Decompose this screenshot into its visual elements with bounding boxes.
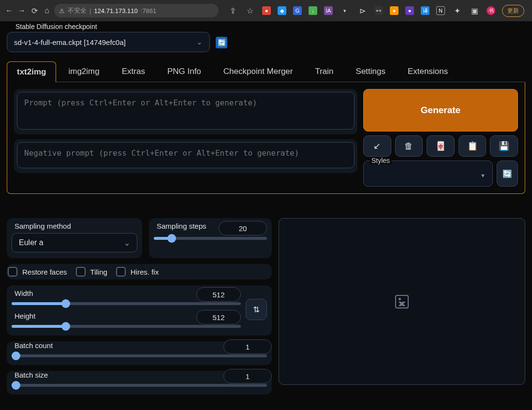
ext-icon-10[interactable]: 译 <box>421 6 429 15</box>
update-button[interactable]: 更新 <box>502 5 524 17</box>
reload-icon[interactable]: ⟳ <box>29 6 40 15</box>
prompt-input[interactable] <box>17 92 355 130</box>
swap-icon: ⇅ <box>253 305 260 315</box>
checkpoint-value: sd-v1-4-full-ema.ckpt [14749efc0a] <box>14 38 126 46</box>
chevron-down-icon: ⌄ <box>196 38 203 46</box>
hires-fix-checkbox[interactable]: Hires. fix <box>116 267 159 277</box>
sampling-steps-input[interactable] <box>219 221 267 235</box>
ext-icon-6[interactable]: ⊳ <box>357 6 368 15</box>
restore-faces-checkbox[interactable]: Restore faces <box>8 267 67 277</box>
ext-icon-11[interactable]: N <box>436 6 445 15</box>
refresh-icon: 🔄 <box>502 169 512 178</box>
output-preview <box>279 218 525 385</box>
clip-icon: 🀄 <box>435 141 446 151</box>
tab-txt2img[interactable]: txt2img <box>7 61 56 82</box>
negative-prompt-input[interactable] <box>17 142 355 168</box>
main-tabs: txt2img img2img Extras PNG Info Checkpoi… <box>7 61 525 82</box>
tab-img2img[interactable]: img2img <box>58 61 109 82</box>
ext-caret-icon[interactable]: ▾ <box>340 8 350 14</box>
ext-icon-1[interactable]: ● <box>262 6 271 15</box>
address-bar[interactable]: ⚠ 不安全 | 124.71.173.110:7861 <box>54 4 219 17</box>
url-port: :7861 <box>141 7 157 15</box>
warning-icon: ⚠ <box>59 7 65 15</box>
forward-icon[interactable]: → <box>16 6 27 15</box>
tab-extensions[interactable]: Extensions <box>398 61 458 82</box>
ext-icon-9[interactable]: ● <box>405 6 414 15</box>
not-secure-label: 不安全 <box>68 6 87 15</box>
height-input[interactable] <box>196 310 241 324</box>
save-style-button[interactable]: 💾 <box>490 135 518 157</box>
batch-count-slider[interactable] <box>12 354 267 357</box>
back-icon[interactable]: ← <box>4 6 15 15</box>
styles-refresh-button[interactable]: 🔄 <box>497 161 518 187</box>
tab-checkpoint-merger[interactable]: Checkpoint Merger <box>213 61 303 82</box>
width-input[interactable] <box>196 287 241 302</box>
generate-button[interactable]: Generate <box>363 89 518 132</box>
tab-settings[interactable]: Settings <box>346 61 396 82</box>
sampling-steps-slider[interactable] <box>154 237 267 240</box>
caret-down-icon: ▼ <box>480 173 486 178</box>
extensions-icon[interactable]: ✦ <box>452 6 462 15</box>
width-slider[interactable] <box>12 302 241 305</box>
ext-icon-3[interactable]: G <box>293 6 302 15</box>
browser-chrome: ← → ⟳ ⌂ ⚠ 不安全 | 124.71.173.110:7861 ⇪ ☆ … <box>0 0 532 21</box>
tab-extras[interactable]: Extras <box>112 61 155 82</box>
style-apply-button[interactable]: 🀄 <box>427 135 455 157</box>
save-icon: 💾 <box>499 141 509 151</box>
chevron-down-icon: ⌄ <box>124 238 130 248</box>
profile-avatar[interactable]: 书 <box>487 6 495 15</box>
tab-pnginfo[interactable]: PNG Info <box>157 61 211 82</box>
clipboard-icon: 📋 <box>467 141 478 151</box>
tiling-checkbox[interactable]: Tiling <box>76 267 107 277</box>
sampling-method-value: Euler a <box>19 238 44 247</box>
batch-size-slider[interactable] <box>12 384 267 387</box>
home-icon[interactable]: ⌂ <box>42 6 52 15</box>
styles-select[interactable]: Styles ▼ <box>363 161 493 187</box>
trash-icon: 🗑 <box>404 141 413 151</box>
paste-button[interactable]: 📋 <box>458 135 487 157</box>
arrow-icon: ↙ <box>373 141 381 151</box>
star-icon[interactable]: ☆ <box>245 6 255 15</box>
clear-button[interactable]: 🗑 <box>395 135 423 157</box>
ext-icon-5[interactable]: IA <box>324 6 333 15</box>
image-placeholder-icon <box>395 295 409 308</box>
checkpoint-label: Stable Diffusion checkpoint <box>14 23 99 30</box>
ext-icon-8[interactable]: ● <box>390 6 399 15</box>
styles-label: Styles <box>369 157 392 164</box>
checkpoint-select[interactable]: sd-v1-4-full-ema.ckpt [14749efc0a] ⌄ <box>7 32 210 52</box>
tab-train[interactable]: Train <box>305 61 343 82</box>
ext-icon-7[interactable]: 👓 <box>374 6 383 15</box>
checkpoint-refresh-button[interactable]: 🔄 <box>216 37 227 48</box>
height-slider[interactable] <box>12 325 241 328</box>
ext-icon-4[interactable]: ↓ <box>309 6 317 15</box>
share-icon[interactable]: ⇪ <box>227 6 238 15</box>
batch-size-input[interactable] <box>223 369 272 383</box>
sampling-method-label: Sampling method <box>12 222 137 233</box>
sampling-method-select[interactable]: Euler a ⌄ <box>12 233 137 252</box>
swap-dimensions-button[interactable]: ⇅ <box>246 299 267 320</box>
batch-count-input[interactable] <box>223 339 272 354</box>
sidepanel-icon[interactable]: ▣ <box>469 6 480 15</box>
interrogate-button[interactable]: ↙ <box>363 135 391 157</box>
ext-icon-2[interactable]: ◆ <box>278 6 286 15</box>
url-host: 124.71.173.110 <box>94 7 137 15</box>
